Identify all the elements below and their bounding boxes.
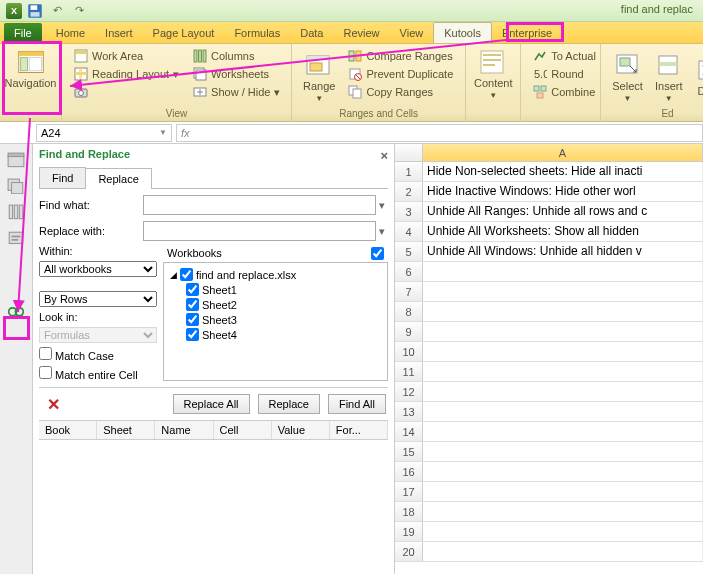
row-header[interactable]: 19 xyxy=(395,522,423,541)
cell[interactable] xyxy=(423,402,703,421)
undo-icon[interactable]: ↶ xyxy=(48,2,66,20)
row-header[interactable]: 13 xyxy=(395,402,423,421)
prevent-duplicate-button[interactable]: Prevent Duplicate xyxy=(345,66,456,82)
row-header[interactable]: 2 xyxy=(395,182,423,201)
cell[interactable] xyxy=(423,382,703,401)
tab-find[interactable]: Find xyxy=(39,167,86,188)
tab-enterprise[interactable]: Enterprise xyxy=(492,23,562,43)
cell[interactable]: Unhide All Ranges: Unhide all rows and c xyxy=(423,202,703,221)
tab-home[interactable]: Home xyxy=(46,23,95,43)
replace-with-input[interactable] xyxy=(143,221,376,241)
cell[interactable]: Hide Inactive Windows: Hide other worl xyxy=(423,182,703,201)
formula-input[interactable]: fx xyxy=(176,124,703,142)
tree-sheet[interactable]: Sheet4 xyxy=(170,327,381,342)
row-header[interactable]: 15 xyxy=(395,442,423,461)
row-header[interactable]: 5 xyxy=(395,242,423,261)
cell[interactable]: Hide Non-selected sheets: Hide all inact… xyxy=(423,162,703,181)
delete-results-button[interactable]: ✕ xyxy=(41,395,66,414)
workbooks-tree[interactable]: ◢find and replace.xlsx Sheet1 Sheet2 She… xyxy=(163,262,388,381)
within-select[interactable]: All workbooks xyxy=(39,261,157,277)
redo-icon[interactable]: ↷ xyxy=(70,2,88,20)
cell[interactable] xyxy=(423,282,703,301)
tab-data[interactable]: Data xyxy=(290,23,333,43)
tab-view[interactable]: View xyxy=(390,23,434,43)
sidebar-find-replace-icon[interactable] xyxy=(7,306,25,322)
combine-button[interactable]: Combine xyxy=(530,84,591,100)
cell[interactable] xyxy=(423,462,703,481)
row-header[interactable]: 20 xyxy=(395,542,423,561)
cell[interactable] xyxy=(423,422,703,441)
tab-formulas[interactable]: Formulas xyxy=(224,23,290,43)
row-header[interactable]: 9 xyxy=(395,322,423,341)
row-header[interactable]: 8 xyxy=(395,302,423,321)
tree-sheet[interactable]: Sheet1 xyxy=(170,282,381,297)
row-header[interactable]: 16 xyxy=(395,462,423,481)
close-icon[interactable]: × xyxy=(380,148,388,163)
cell[interactable] xyxy=(423,262,703,281)
cell[interactable] xyxy=(423,502,703,521)
find-what-input[interactable] xyxy=(143,195,376,215)
tab-file[interactable]: File xyxy=(4,23,42,43)
match-case-checkbox[interactable]: Match Case xyxy=(39,347,157,362)
tab-page-layout[interactable]: Page Layout xyxy=(143,23,225,43)
navigation-button[interactable]: Navigation xyxy=(5,46,56,92)
name-box[interactable]: A24▼ xyxy=(36,124,172,142)
content-button[interactable]: Content▼ xyxy=(471,46,515,103)
cell[interactable] xyxy=(423,482,703,501)
tree-root[interactable]: ◢find and replace.xlsx xyxy=(170,267,381,282)
work-area-button[interactable]: Work Area xyxy=(71,48,182,64)
replace-button[interactable]: Replace xyxy=(258,394,320,414)
worksheets-button[interactable]: Worksheets xyxy=(190,66,283,82)
round-button[interactable]: 5.0Round xyxy=(530,66,591,82)
cell[interactable] xyxy=(423,522,703,541)
row-header[interactable]: 6 xyxy=(395,262,423,281)
show-hide-button[interactable]: Show / Hide ▾ xyxy=(190,84,283,100)
row-header[interactable]: 10 xyxy=(395,342,423,361)
find-all-button[interactable]: Find All xyxy=(328,394,386,414)
insert-button[interactable]: Insert▼ xyxy=(649,46,689,108)
row-header[interactable]: 12 xyxy=(395,382,423,401)
cell[interactable] xyxy=(423,442,703,461)
compare-ranges-button[interactable]: Compare Ranges xyxy=(345,48,456,64)
tree-sheet[interactable]: Sheet3 xyxy=(170,312,381,327)
row-header[interactable]: 3 xyxy=(395,202,423,221)
replace-all-button[interactable]: Replace All xyxy=(173,394,250,414)
excel-app-icon[interactable]: X xyxy=(6,3,22,19)
select-button[interactable]: Select▼ xyxy=(606,46,649,108)
sidebar-workbook-icon[interactable] xyxy=(7,152,25,168)
tab-replace[interactable]: Replace xyxy=(85,168,151,189)
select-all-corner[interactable] xyxy=(395,144,423,161)
column-header-a[interactable]: A xyxy=(423,144,703,161)
cell[interactable]: Unhide All Worksheets: Show all hidden xyxy=(423,222,703,241)
cell[interactable]: Unhide All Windows: Unhide all hidden v xyxy=(423,242,703,261)
cell[interactable] xyxy=(423,342,703,361)
search-select[interactable]: By Rows xyxy=(39,291,157,307)
copy-ranges-button[interactable]: Copy Ranges xyxy=(345,84,456,100)
reading-layout-button[interactable]: Reading Layout ▾ xyxy=(71,66,182,82)
tab-kutools[interactable]: Kutools xyxy=(433,22,492,43)
row-header[interactable]: 17 xyxy=(395,482,423,501)
row-header[interactable]: 4 xyxy=(395,222,423,241)
snap-button[interactable] xyxy=(71,84,182,100)
delete-button[interactable]: Dele xyxy=(689,46,703,108)
row-header[interactable]: 14 xyxy=(395,422,423,441)
row-header[interactable]: 7 xyxy=(395,282,423,301)
to-actual-button[interactable]: To Actual xyxy=(530,48,591,64)
sidebar-columns-icon[interactable] xyxy=(7,204,25,220)
cell[interactable] xyxy=(423,542,703,561)
range-button[interactable]: Range▼ xyxy=(297,46,341,108)
tab-review[interactable]: Review xyxy=(333,23,389,43)
tree-sheet[interactable]: Sheet2 xyxy=(170,297,381,312)
row-header[interactable]: 18 xyxy=(395,502,423,521)
cell[interactable] xyxy=(423,362,703,381)
sidebar-names-icon[interactable] xyxy=(7,230,25,246)
save-icon[interactable] xyxy=(26,2,44,20)
cell[interactable] xyxy=(423,322,703,341)
tab-insert[interactable]: Insert xyxy=(95,23,143,43)
match-entire-checkbox[interactable]: Match entire Cell xyxy=(39,366,157,381)
sidebar-sheets-icon[interactable] xyxy=(7,178,25,194)
row-header[interactable]: 1 xyxy=(395,162,423,181)
row-header[interactable]: 11 xyxy=(395,362,423,381)
cell[interactable] xyxy=(423,302,703,321)
columns-button[interactable]: Columns xyxy=(190,48,283,64)
